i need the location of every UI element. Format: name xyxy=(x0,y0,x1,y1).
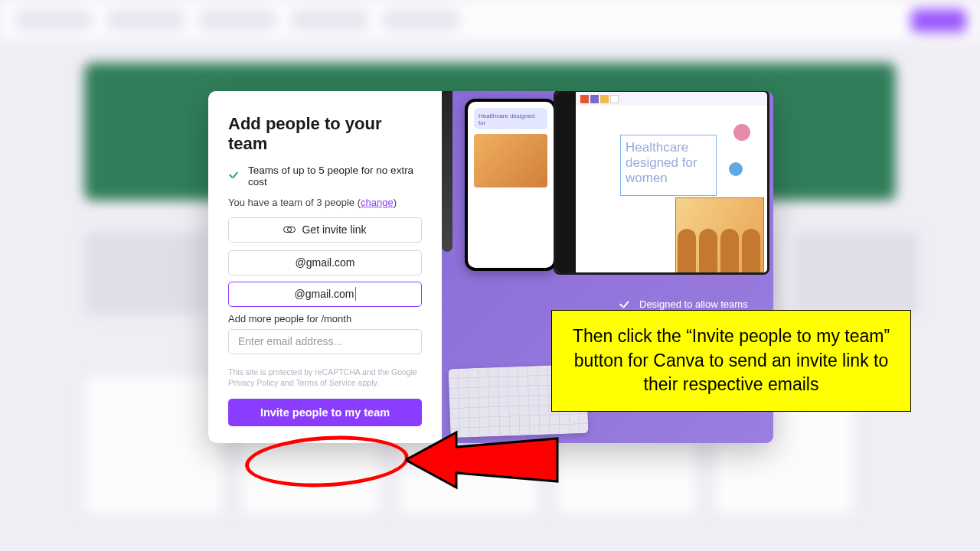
phone-mockup: Healthcare designed for xyxy=(465,99,557,271)
check-icon xyxy=(228,170,240,182)
text-cursor xyxy=(355,287,356,301)
invite-people-button[interactable]: Invite people to my team xyxy=(228,399,422,426)
legal-text: This site is protected by reCAPTCHA and … xyxy=(228,367,422,388)
avatar-1 xyxy=(732,122,752,142)
phone-image xyxy=(474,134,547,187)
email-input-1[interactable]: @gmail.com xyxy=(228,250,422,276)
phone-card-text: Healthcare designed for xyxy=(474,108,547,129)
avatar-2 xyxy=(727,161,744,178)
email-input-3[interactable]: Enter email address... xyxy=(228,329,422,354)
modal-form: Add people to your team Teams of up to 5… xyxy=(208,91,442,443)
email-input-2[interactable]: @gmail.com xyxy=(228,282,422,307)
add-more-label: Add more people for /month xyxy=(228,313,422,324)
tablet-textbox: Healthcare designed for women xyxy=(620,135,717,196)
upgrade-button[interactable] xyxy=(911,9,966,32)
palette-icon xyxy=(580,95,619,103)
get-link-label: Get invite link xyxy=(302,223,366,236)
tablet-mockup: Healthcare designed for women xyxy=(554,91,769,275)
benefit-text: Teams of up to 5 people for no extra cos… xyxy=(248,165,422,187)
benefit-line: Teams of up to 5 people for no extra cos… xyxy=(228,165,422,187)
team-status: You have a team of 3 people (change) xyxy=(228,197,422,208)
email3-placeholder: Enter email address... xyxy=(238,335,342,347)
modal-title: Add people to your team xyxy=(228,114,422,154)
pen-graphic xyxy=(442,91,452,252)
team-status-prefix: You have a team of 3 people ( xyxy=(228,197,361,208)
tablet-image xyxy=(675,197,764,275)
change-link[interactable]: change xyxy=(361,197,394,208)
instruction-callout: Then click the “Invite people to my team… xyxy=(551,310,911,412)
topbar xyxy=(0,0,980,40)
email2-value: @gmail.com xyxy=(294,288,354,300)
link-icon xyxy=(283,226,296,233)
team-status-suffix: ) xyxy=(394,197,397,208)
get-invite-link-button[interactable]: Get invite link xyxy=(228,217,422,243)
email1-value: @gmail.com xyxy=(295,256,354,269)
